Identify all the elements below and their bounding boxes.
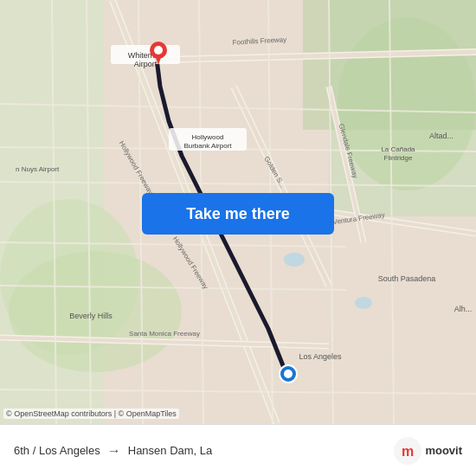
svg-point-59 [355, 297, 372, 309]
moovit-logo: m moovit [394, 437, 462, 465]
svg-text:Los Angeles: Los Angeles [299, 352, 342, 361]
map-container: Whiteman Airport Hollywood Burbank Airpo… [0, 0, 476, 424]
moovit-logo-icon: m [394, 437, 421, 465]
svg-text:Hollywood: Hollywood [192, 133, 224, 141]
take-me-there-button[interactable]: Take me there [142, 193, 334, 235]
bottom-bar: 6th / Los Angeles → Hansen Dam, La m moo… [0, 424, 476, 476]
svg-point-55 [154, 46, 163, 55]
svg-text:Alh...: Alh... [454, 305, 473, 313]
route-arrow-icon: → [107, 443, 121, 459]
map-attribution: © OpenStreetMap contributors | © OpenMap… [3, 408, 179, 419]
svg-text:m: m [402, 444, 414, 459]
svg-text:n Nuys Airport: n Nuys Airport [16, 165, 60, 173]
svg-point-58 [284, 253, 305, 267]
route-info: 6th / Los Angeles → Hansen Dam, La [14, 443, 394, 459]
svg-text:Altad...: Altad... [429, 132, 453, 140]
svg-point-57 [284, 370, 293, 378]
svg-text:Flintridge: Flintridge [384, 154, 413, 162]
svg-text:Santa Monica Freeway: Santa Monica Freeway [129, 330, 200, 338]
route-from: 6th / Los Angeles [14, 444, 100, 457]
moovit-brand-text: moovit [425, 444, 462, 457]
route-to: Hansen Dam, La [128, 444, 213, 457]
svg-text:La Cañada: La Cañada [381, 145, 415, 153]
svg-text:Airport: Airport [134, 60, 158, 68]
svg-text:Beverly Hills: Beverly Hills [69, 312, 113, 320]
svg-text:Burbank Airport: Burbank Airport [183, 142, 232, 150]
svg-text:South Pasadena: South Pasadena [378, 274, 436, 283]
